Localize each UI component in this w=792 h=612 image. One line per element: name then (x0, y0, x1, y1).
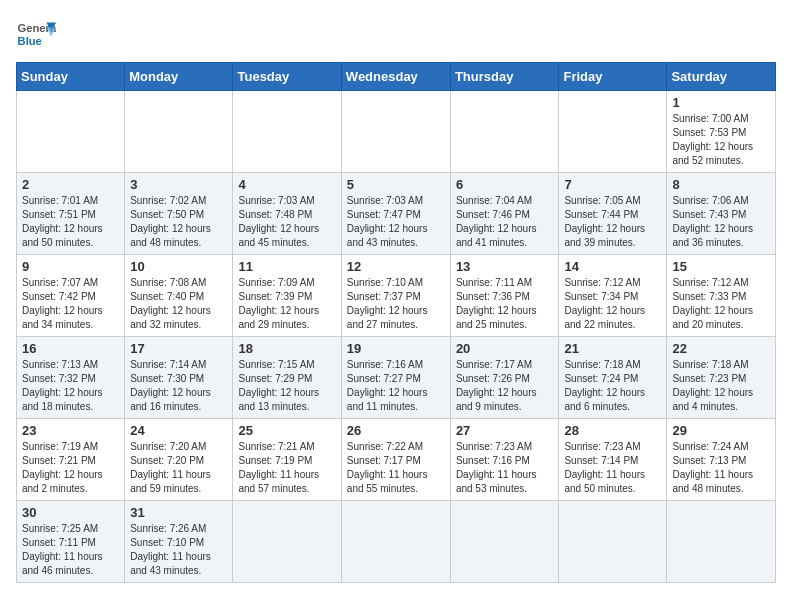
calendar-cell (450, 91, 559, 173)
day-number: 5 (347, 177, 445, 192)
calendar-week-row: 1Sunrise: 7:00 AMSunset: 7:53 PMDaylight… (17, 91, 776, 173)
calendar-cell: 24Sunrise: 7:20 AMSunset: 7:20 PMDayligh… (125, 419, 233, 501)
day-number: 26 (347, 423, 445, 438)
day-number: 10 (130, 259, 227, 274)
calendar-cell: 2Sunrise: 7:01 AMSunset: 7:51 PMDaylight… (17, 173, 125, 255)
day-info: Sunrise: 7:06 AMSunset: 7:43 PMDaylight:… (672, 194, 770, 250)
calendar-cell: 20Sunrise: 7:17 AMSunset: 7:26 PMDayligh… (450, 337, 559, 419)
calendar-cell: 5Sunrise: 7:03 AMSunset: 7:47 PMDaylight… (341, 173, 450, 255)
day-number: 12 (347, 259, 445, 274)
day-number: 23 (22, 423, 119, 438)
calendar-cell (233, 91, 341, 173)
svg-text:Blue: Blue (18, 35, 42, 47)
calendar-cell: 31Sunrise: 7:26 AMSunset: 7:10 PMDayligh… (125, 501, 233, 583)
calendar-cell: 14Sunrise: 7:12 AMSunset: 7:34 PMDayligh… (559, 255, 667, 337)
day-info: Sunrise: 7:18 AMSunset: 7:23 PMDaylight:… (672, 358, 770, 414)
calendar-cell: 6Sunrise: 7:04 AMSunset: 7:46 PMDaylight… (450, 173, 559, 255)
weekday-header-friday: Friday (559, 63, 667, 91)
day-number: 14 (564, 259, 661, 274)
calendar-cell (17, 91, 125, 173)
day-number: 2 (22, 177, 119, 192)
calendar-cell: 19Sunrise: 7:16 AMSunset: 7:27 PMDayligh… (341, 337, 450, 419)
calendar-cell: 25Sunrise: 7:21 AMSunset: 7:19 PMDayligh… (233, 419, 341, 501)
day-info: Sunrise: 7:12 AMSunset: 7:34 PMDaylight:… (564, 276, 661, 332)
calendar-cell: 10Sunrise: 7:08 AMSunset: 7:40 PMDayligh… (125, 255, 233, 337)
day-info: Sunrise: 7:14 AMSunset: 7:30 PMDaylight:… (130, 358, 227, 414)
calendar-cell: 27Sunrise: 7:23 AMSunset: 7:16 PMDayligh… (450, 419, 559, 501)
day-info: Sunrise: 7:24 AMSunset: 7:13 PMDaylight:… (672, 440, 770, 496)
weekday-header-sunday: Sunday (17, 63, 125, 91)
day-number: 21 (564, 341, 661, 356)
calendar-cell: 8Sunrise: 7:06 AMSunset: 7:43 PMDaylight… (667, 173, 776, 255)
day-number: 4 (238, 177, 335, 192)
day-info: Sunrise: 7:19 AMSunset: 7:21 PMDaylight:… (22, 440, 119, 496)
day-info: Sunrise: 7:22 AMSunset: 7:17 PMDaylight:… (347, 440, 445, 496)
day-info: Sunrise: 7:25 AMSunset: 7:11 PMDaylight:… (22, 522, 119, 578)
day-info: Sunrise: 7:21 AMSunset: 7:19 PMDaylight:… (238, 440, 335, 496)
calendar-cell: 23Sunrise: 7:19 AMSunset: 7:21 PMDayligh… (17, 419, 125, 501)
day-number: 25 (238, 423, 335, 438)
calendar-cell (559, 501, 667, 583)
calendar-cell: 17Sunrise: 7:14 AMSunset: 7:30 PMDayligh… (125, 337, 233, 419)
day-number: 17 (130, 341, 227, 356)
day-number: 15 (672, 259, 770, 274)
day-number: 7 (564, 177, 661, 192)
calendar-week-row: 30Sunrise: 7:25 AMSunset: 7:11 PMDayligh… (17, 501, 776, 583)
day-info: Sunrise: 7:07 AMSunset: 7:42 PMDaylight:… (22, 276, 119, 332)
calendar-week-row: 16Sunrise: 7:13 AMSunset: 7:32 PMDayligh… (17, 337, 776, 419)
day-number: 13 (456, 259, 554, 274)
calendar-week-row: 9Sunrise: 7:07 AMSunset: 7:42 PMDaylight… (17, 255, 776, 337)
calendar-week-row: 23Sunrise: 7:19 AMSunset: 7:21 PMDayligh… (17, 419, 776, 501)
calendar-cell (125, 91, 233, 173)
calendar-cell (341, 91, 450, 173)
calendar-week-row: 2Sunrise: 7:01 AMSunset: 7:51 PMDaylight… (17, 173, 776, 255)
weekday-header-wednesday: Wednesday (341, 63, 450, 91)
calendar-cell: 12Sunrise: 7:10 AMSunset: 7:37 PMDayligh… (341, 255, 450, 337)
day-info: Sunrise: 7:18 AMSunset: 7:24 PMDaylight:… (564, 358, 661, 414)
calendar-cell: 18Sunrise: 7:15 AMSunset: 7:29 PMDayligh… (233, 337, 341, 419)
calendar-cell: 4Sunrise: 7:03 AMSunset: 7:48 PMDaylight… (233, 173, 341, 255)
day-info: Sunrise: 7:09 AMSunset: 7:39 PMDaylight:… (238, 276, 335, 332)
day-info: Sunrise: 7:01 AMSunset: 7:51 PMDaylight:… (22, 194, 119, 250)
calendar-cell: 3Sunrise: 7:02 AMSunset: 7:50 PMDaylight… (125, 173, 233, 255)
day-info: Sunrise: 7:03 AMSunset: 7:48 PMDaylight:… (238, 194, 335, 250)
page-header: General Blue (16, 16, 776, 52)
day-info: Sunrise: 7:16 AMSunset: 7:27 PMDaylight:… (347, 358, 445, 414)
day-info: Sunrise: 7:23 AMSunset: 7:14 PMDaylight:… (564, 440, 661, 496)
day-number: 28 (564, 423, 661, 438)
calendar-cell: 30Sunrise: 7:25 AMSunset: 7:11 PMDayligh… (17, 501, 125, 583)
weekday-header-saturday: Saturday (667, 63, 776, 91)
day-info: Sunrise: 7:02 AMSunset: 7:50 PMDaylight:… (130, 194, 227, 250)
day-number: 11 (238, 259, 335, 274)
calendar-cell (450, 501, 559, 583)
logo-icon: General Blue (16, 16, 56, 52)
day-number: 24 (130, 423, 227, 438)
calendar-cell: 7Sunrise: 7:05 AMSunset: 7:44 PMDaylight… (559, 173, 667, 255)
calendar-cell: 11Sunrise: 7:09 AMSunset: 7:39 PMDayligh… (233, 255, 341, 337)
day-info: Sunrise: 7:17 AMSunset: 7:26 PMDaylight:… (456, 358, 554, 414)
calendar-cell (559, 91, 667, 173)
day-info: Sunrise: 7:10 AMSunset: 7:37 PMDaylight:… (347, 276, 445, 332)
weekday-header-row: SundayMondayTuesdayWednesdayThursdayFrid… (17, 63, 776, 91)
logo: General Blue (16, 16, 56, 52)
day-info: Sunrise: 7:20 AMSunset: 7:20 PMDaylight:… (130, 440, 227, 496)
calendar-cell: 28Sunrise: 7:23 AMSunset: 7:14 PMDayligh… (559, 419, 667, 501)
day-number: 8 (672, 177, 770, 192)
day-info: Sunrise: 7:08 AMSunset: 7:40 PMDaylight:… (130, 276, 227, 332)
day-info: Sunrise: 7:13 AMSunset: 7:32 PMDaylight:… (22, 358, 119, 414)
weekday-header-monday: Monday (125, 63, 233, 91)
calendar-cell: 16Sunrise: 7:13 AMSunset: 7:32 PMDayligh… (17, 337, 125, 419)
day-number: 27 (456, 423, 554, 438)
day-number: 1 (672, 95, 770, 110)
calendar-cell: 1Sunrise: 7:00 AMSunset: 7:53 PMDaylight… (667, 91, 776, 173)
calendar-cell: 13Sunrise: 7:11 AMSunset: 7:36 PMDayligh… (450, 255, 559, 337)
calendar-cell: 15Sunrise: 7:12 AMSunset: 7:33 PMDayligh… (667, 255, 776, 337)
day-number: 9 (22, 259, 119, 274)
calendar-cell (667, 501, 776, 583)
day-number: 30 (22, 505, 119, 520)
weekday-header-thursday: Thursday (450, 63, 559, 91)
day-number: 22 (672, 341, 770, 356)
day-info: Sunrise: 7:26 AMSunset: 7:10 PMDaylight:… (130, 522, 227, 578)
calendar-cell: 29Sunrise: 7:24 AMSunset: 7:13 PMDayligh… (667, 419, 776, 501)
weekday-header-tuesday: Tuesday (233, 63, 341, 91)
